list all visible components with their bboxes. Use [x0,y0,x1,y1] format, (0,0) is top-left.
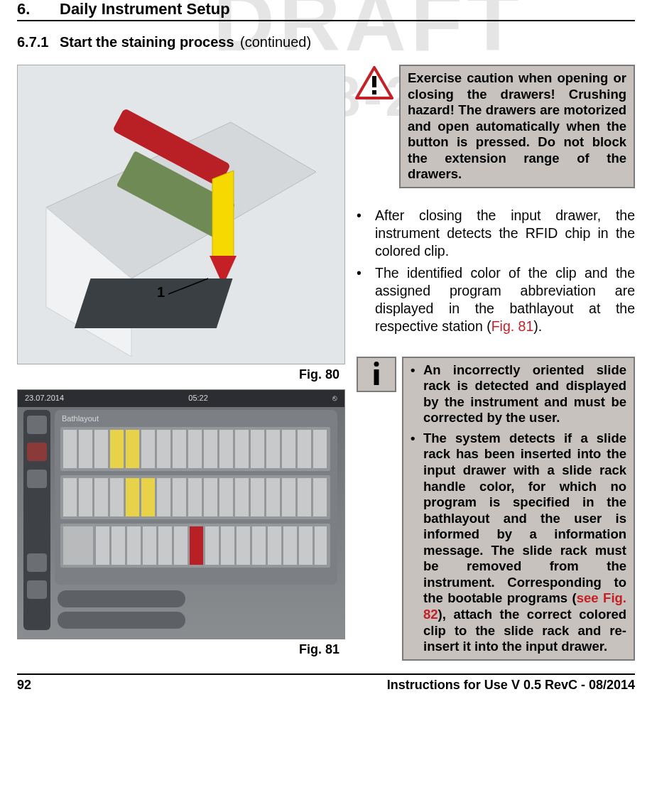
svg-rect-14 [27,580,47,599]
svg-rect-31 [251,430,264,468]
chapter-header: 6. Daily Instrument Setup [17,0,635,21]
svg-rect-66 [283,526,297,565]
svg-rect-41 [141,478,155,516]
svg-rect-21 [94,430,108,468]
svg-rect-40 [126,478,139,516]
svg-rect-50 [282,478,295,516]
warning-text: Exercise caution when opening or closing… [408,70,626,181]
svg-rect-38 [94,478,108,516]
svg-rect-47 [235,478,249,516]
warning-icon [355,66,393,100]
fig-ref-81: Fig. 81 [491,318,534,334]
info-icon [357,357,396,392]
svg-rect-62 [221,526,234,565]
svg-rect-7 [75,278,233,328]
page-number: 92 [17,678,31,693]
svg-rect-29 [219,430,233,468]
svg-rect-54 [96,526,109,565]
figure-80-callout-1: 1 [157,284,165,301]
svg-rect-30 [235,430,249,468]
svg-rect-25 [157,430,170,468]
info-box: • An incorrectly oriented slide rack is … [402,357,635,661]
figure-80-caption: Fig. 80 [17,367,344,382]
svg-rect-20 [79,430,92,468]
body-bullet-2: • The identified color of the clip and t… [357,264,635,335]
section-number: 6.7.1 [17,34,60,50]
figure-81-caption: Fig. 81 [17,642,344,657]
svg-rect-32 [266,430,280,468]
svg-rect-57 [143,526,156,565]
svg-rect-39 [110,478,124,516]
svg-rect-65 [268,526,281,565]
svg-rect-72 [372,76,376,87]
svg-rect-51 [298,478,311,516]
svg-rect-55 [112,526,125,565]
svg-rect-34 [298,430,311,468]
info-bullet-1: • An incorrectly oriented slide rack is … [411,362,626,426]
svg-rect-36 [63,478,77,516]
svg-rect-26 [173,430,186,468]
svg-rect-19 [63,430,77,468]
section-suffix: (continued) [240,34,311,50]
figure-80-image: 1 [17,65,345,364]
svg-rect-10 [27,416,47,434]
svg-rect-68 [315,526,327,565]
section-header: 6.7.1 Start the staining process (contin… [17,34,635,50]
svg-rect-64 [252,526,266,565]
svg-rect-56 [127,526,141,565]
svg-rect-52 [313,478,327,516]
svg-rect-61 [205,526,219,565]
svg-rect-59 [174,526,188,565]
screenshot-panel-title: Bathlayout [62,414,99,423]
svg-rect-13 [27,553,47,572]
chapter-number: 6. [17,0,60,18]
svg-rect-48 [251,478,264,516]
svg-rect-63 [237,526,250,565]
svg-rect-49 [266,478,280,516]
svg-rect-73 [372,90,376,94]
svg-rect-70 [58,612,185,629]
svg-rect-46 [219,478,233,516]
svg-rect-44 [188,478,202,516]
svg-rect-28 [204,430,217,468]
body-bullet-list: • After closing the input drawer, the in… [357,207,635,335]
svg-rect-12 [27,470,47,488]
svg-rect-43 [173,478,186,516]
section-title: Start the staining process [60,34,234,50]
figure-81-image: 23.07.2014 05:22 ⎋ Bathlayout [17,389,345,639]
svg-rect-45 [204,478,217,516]
svg-rect-27 [188,430,202,468]
page-footer: 92 Instructions for Use V 0.5 RevC - 08/… [17,673,635,693]
svg-rect-24 [141,430,155,468]
info-bullet-2: • The system detects if a slide rack has… [411,431,626,655]
svg-rect-69 [58,590,185,607]
svg-rect-60 [190,526,203,565]
svg-rect-35 [313,430,327,468]
svg-rect-23 [126,430,139,468]
svg-rect-22 [110,430,124,468]
svg-rect-42 [157,478,170,516]
svg-rect-58 [158,526,172,565]
svg-rect-11 [27,443,47,461]
warning-box: Exercise caution when opening or closing… [399,65,635,188]
svg-rect-53 [63,526,93,565]
svg-rect-67 [299,526,313,565]
doc-version: Instructions for Use V 0.5 RevC - 08/201… [387,678,635,693]
body-bullet-1: • After closing the input drawer, the in… [357,207,635,260]
chapter-title: Daily Instrument Setup [60,0,230,18]
svg-rect-37 [79,478,92,516]
svg-rect-33 [282,430,295,468]
